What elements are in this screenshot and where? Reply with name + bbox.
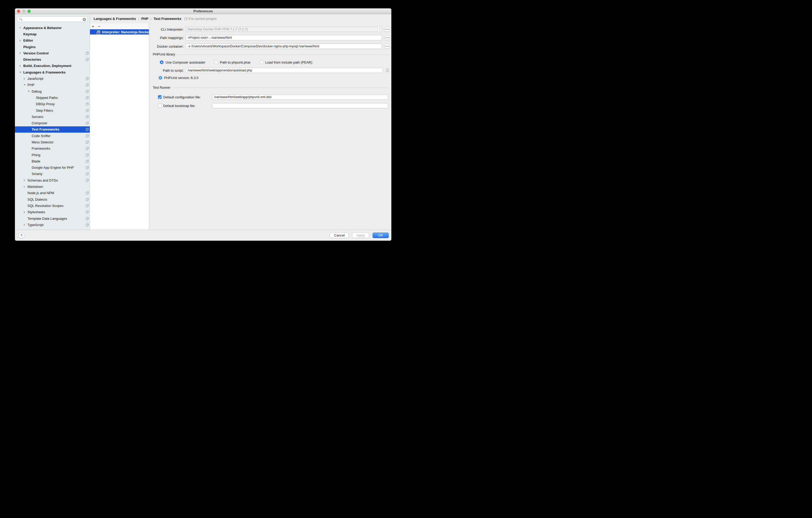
settings-search-box[interactable]: ✕	[17, 17, 88, 22]
scope-label: For current project	[188, 17, 216, 21]
test-runner-title: Test Runner	[153, 86, 170, 89]
breadcrumb-languages-frameworks[interactable]: Languages & Frameworks	[94, 17, 136, 21]
per-project-icon	[86, 135, 89, 137]
radio-use-composer-autoloader[interactable]: Use Composer autoloader	[160, 60, 205, 64]
chevron-down-icon[interactable]	[19, 71, 23, 74]
cancel-button[interactable]: Cancel	[330, 233, 349, 238]
chevron-right-icon[interactable]	[19, 52, 23, 54]
docker-container-browse-button[interactable]	[384, 44, 390, 49]
sidebar-item-schemas-and-dtds[interactable]: Schemas and DTDs	[15, 177, 90, 183]
sidebar-item-code-sniffer[interactable]: Code Sniffer	[15, 133, 90, 139]
phpunit-library-section: PHPUnit library	[153, 52, 390, 57]
sidebar-item-build-execution-deployment[interactable]: Build, Execution, Deployment	[15, 63, 90, 69]
ok-button[interactable]: OK	[373, 233, 389, 238]
sidebar-item-stylesheets[interactable]: Stylesheets	[15, 209, 90, 215]
sidebar-item-plugins[interactable]: Plugins	[15, 44, 90, 50]
help-button[interactable]: ?	[18, 232, 24, 238]
phpunit-version-text: PHPUnit version: 6.3.0	[164, 76, 199, 80]
chevron-right-icon[interactable]	[23, 223, 27, 226]
per-project-icon	[86, 223, 89, 226]
window-title: Preferences	[15, 9, 392, 13]
radio-unselected-icon[interactable]	[260, 60, 263, 64]
sidebar-item-nodejs-and-npm[interactable]: Node.js and NPM	[15, 190, 90, 196]
search-icon	[19, 18, 22, 20]
sidebar-item-servers[interactable]: Servers	[15, 114, 90, 120]
add-interpreter-button[interactable]: +	[92, 23, 98, 29]
settings-tree: Appearance & Behavior Keymap Editor Plug…	[15, 25, 90, 230]
search-input[interactable]	[24, 17, 82, 21]
screen-background: Preferences ✕ Appearance & Behavior Keym…	[0, 0, 406, 259]
interpreter-list-panel: + − php Interpreter: Nanoninja Docker	[90, 23, 149, 230]
sidebar-item-blade[interactable]: Blade	[15, 158, 90, 164]
chevron-right-icon[interactable]	[23, 185, 27, 188]
sidebar-item-smarty[interactable]: Smarty	[15, 171, 90, 177]
sidebar-item-template-data-languages[interactable]: Template Data Languages	[15, 215, 90, 222]
chevron-right-icon[interactable]	[19, 39, 23, 42]
cli-interpreter-browse-button[interactable]	[384, 27, 390, 32]
clear-search-icon[interactable]: ✕	[83, 18, 86, 21]
path-mappings-browse-button[interactable]	[384, 35, 390, 40]
default-bootstrap-file-field[interactable]	[212, 103, 388, 108]
sidebar-item-debug[interactable]: Debug	[15, 88, 90, 94]
sidebar-item-typescript[interactable]: TypeScript	[15, 222, 90, 228]
default-configuration-file-field[interactable]: /var/www/html/web/app/phpunit.xml.dist	[212, 94, 388, 100]
sidebar-item-google-app-engine-for-php[interactable]: Google App Engine for PHP	[15, 165, 90, 171]
sidebar-item-sql-resolution-scopes[interactable]: SQL Resolution Scopes	[15, 202, 90, 209]
sidebar-item-php[interactable]: PHP	[15, 82, 90, 88]
sidebar-item-appearance-behavior[interactable]: Appearance & Behavior	[15, 25, 90, 31]
sidebar-item-frameworks[interactable]: Frameworks	[15, 145, 90, 152]
sidebar-item-languages-frameworks[interactable]: Languages & Frameworks	[15, 69, 90, 75]
chevron-right-icon[interactable]	[23, 179, 27, 181]
settings-main-area: Languages & Frameworks › PHP › Test Fram…	[90, 14, 392, 230]
sidebar-item-composer[interactable]: Composer	[15, 120, 90, 126]
chevron-down-icon[interactable]	[27, 90, 32, 93]
chevron-down-icon[interactable]	[23, 84, 27, 86]
sidebar-item-skipped-paths[interactable]: Skipped Paths	[15, 94, 90, 101]
remove-interpreter-button[interactable]: −	[98, 23, 105, 29]
default-bootstrap-file-label: Default bootstrap file:	[163, 104, 212, 108]
sidebar-item-phing[interactable]: Phing	[15, 152, 90, 158]
title-bar[interactable]: Preferences	[15, 8, 392, 14]
chevron-right-icon[interactable]	[23, 78, 27, 80]
radio-path-to-phpunit-phar[interactable]: Path to phpunit.phar	[214, 60, 251, 64]
test-frameworks-form: CLI Interpreter: Nanoninja Docker PHP-FP…	[149, 23, 392, 230]
radio-unselected-icon[interactable]	[214, 60, 218, 64]
path-to-script-field[interactable]: /var/www/html/web/app/vendor/autoload.ph…	[186, 68, 383, 73]
sidebar-item-javascript[interactable]: JavaScript	[15, 75, 90, 82]
default-configuration-file-checkbox[interactable]	[158, 95, 162, 99]
per-project-icon	[86, 166, 89, 169]
per-project-icon	[86, 192, 89, 194]
chevron-right-icon[interactable]	[19, 26, 23, 29]
sidebar-item-markdown[interactable]: Markdown	[15, 183, 90, 190]
radio-load-from-include-path[interactable]: Load from include path (PEAR)	[260, 60, 312, 64]
settings-sidebar: ✕ Appearance & Behavior Keymap Editor Pl…	[15, 14, 90, 230]
sidebar-item-dbgp-proxy[interactable]: DBGp Proxy	[15, 101, 90, 107]
sidebar-item-test-frameworks[interactable]: Test Frameworks	[15, 126, 90, 133]
section-divider	[172, 88, 389, 88]
path-mappings-field[interactable]: <Project root>→/var/www/html	[186, 35, 382, 40]
sidebar-item-mess-detector[interactable]: Mess Detector	[15, 139, 90, 145]
docker-container-label: Docker container:	[153, 45, 184, 49]
chevron-right-icon[interactable]	[19, 65, 23, 67]
per-project-icon	[86, 204, 89, 207]
sidebar-item-keymap[interactable]: Keymap	[15, 31, 90, 37]
cli-interpreter-select[interactable]: Nanoninja Docker PHP-FPM 7.1.7 (7.1.7)	[186, 27, 382, 32]
per-project-icon	[86, 115, 89, 118]
sidebar-item-directories[interactable]: Directories	[15, 56, 90, 62]
preferences-window: Preferences ✕ Appearance & Behavior Keym…	[15, 8, 392, 241]
interpreter-list-item[interactable]: php Interpreter: Nanoninja Docker	[90, 29, 149, 34]
sidebar-item-editor[interactable]: Editor	[15, 37, 90, 44]
radio-selected-icon[interactable]	[160, 60, 164, 64]
default-bootstrap-file-checkbox[interactable]	[158, 104, 162, 108]
per-project-icon	[86, 90, 89, 93]
per-project-icon	[86, 141, 89, 144]
docker-container-field[interactable]: -v /Users/vincent/Workspace/Docker/Compo…	[186, 44, 382, 49]
per-project-icon	[86, 160, 89, 163]
sidebar-item-sql-dialects[interactable]: SQL Dialects	[15, 196, 90, 202]
per-project-icon	[86, 179, 89, 182]
sidebar-item-version-control[interactable]: Version Control	[15, 50, 90, 56]
breadcrumb-php[interactable]: PHP	[141, 17, 148, 21]
sidebar-item-step-filters[interactable]: Step Filters	[15, 107, 90, 114]
chevron-right-icon[interactable]	[23, 211, 27, 213]
stepper-icon[interactable]	[377, 27, 382, 32]
